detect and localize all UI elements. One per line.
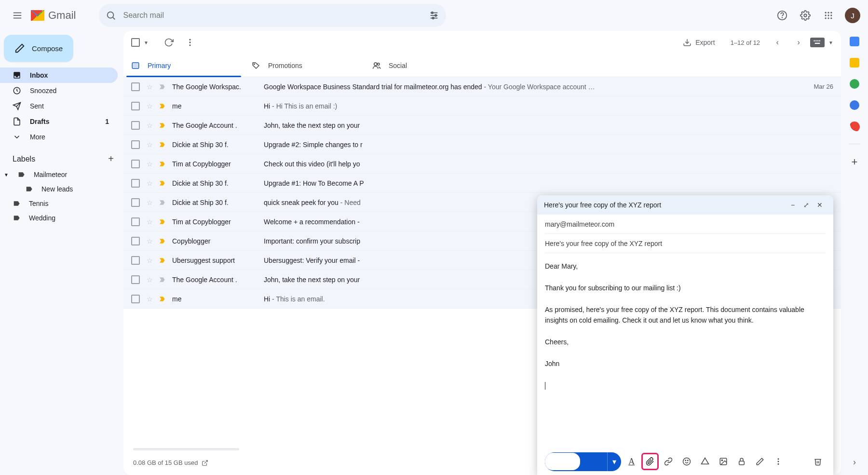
keep-icon[interactable] — [850, 58, 859, 68]
hamburger-menu-icon[interactable] — [8, 6, 27, 25]
addon-icon[interactable] — [849, 122, 860, 132]
star-icon[interactable]: ☆ — [147, 160, 153, 168]
export-button[interactable]: Export — [683, 38, 715, 47]
tune-icon[interactable] — [429, 10, 439, 21]
open-external-icon[interactable] — [202, 460, 208, 466]
row-checkbox[interactable] — [131, 295, 140, 303]
sidebar-item-more[interactable]: More — [0, 129, 118, 145]
compose-header[interactable]: Here's your free copy of the XYZ report … — [537, 195, 833, 215]
compose-to-field[interactable]: mary@mailmeteor.com — [545, 215, 826, 234]
compose-body[interactable]: Dear Mary, Thank you for subscribing to … — [537, 253, 833, 448]
importance-icon[interactable] — [159, 218, 166, 226]
tasks-icon[interactable] — [850, 79, 859, 89]
tab-social[interactable]: Social — [365, 54, 485, 77]
settings-icon[interactable] — [796, 6, 815, 25]
email-row[interactable]: ☆meHi - Hi This is an email :) — [123, 96, 841, 116]
insert-link-icon[interactable] — [661, 454, 676, 469]
star-icon[interactable]: ☆ — [147, 122, 153, 129]
importance-icon[interactable] — [159, 295, 166, 303]
send-options-icon[interactable]: ▾ — [607, 452, 621, 471]
importance-icon[interactable] — [159, 160, 166, 168]
account-avatar[interactable]: J — [845, 8, 860, 23]
row-checkbox[interactable] — [131, 256, 140, 265]
help-icon[interactable] — [773, 6, 792, 25]
label-new-leads[interactable]: New leads — [0, 182, 123, 196]
row-checkbox[interactable] — [131, 82, 140, 91]
row-checkbox[interactable] — [131, 102, 140, 110]
collapse-panel-icon[interactable]: › — [853, 457, 856, 467]
search-input[interactable] — [123, 11, 429, 20]
star-icon[interactable]: ☆ — [147, 218, 153, 226]
star-icon[interactable]: ☆ — [147, 141, 153, 149]
compose-button[interactable]: Compose — [4, 35, 73, 62]
email-row[interactable]: ☆Dickie at Ship 30 f.Upgrade #1: How To … — [123, 174, 841, 193]
get-addons-icon[interactable]: + — [852, 156, 858, 168]
minimize-icon[interactable]: − — [786, 201, 800, 209]
more-options-icon[interactable] — [771, 454, 786, 469]
row-checkbox[interactable] — [131, 140, 140, 149]
input-tools-dropdown-icon[interactable]: ▼ — [828, 40, 833, 45]
tab-primary[interactable]: Primary — [123, 54, 244, 77]
more-actions-icon[interactable] — [180, 33, 200, 52]
insert-emoji-icon[interactable] — [679, 454, 694, 469]
label-wedding[interactable]: Wedding — [0, 211, 123, 225]
refresh-icon[interactable] — [159, 33, 178, 52]
importance-icon[interactable] — [159, 237, 166, 245]
insert-signature-icon[interactable] — [752, 454, 768, 469]
calendar-icon[interactable] — [850, 37, 859, 46]
importance-icon[interactable] — [159, 141, 166, 149]
star-icon[interactable]: ☆ — [147, 295, 153, 303]
email-row[interactable]: ☆Tim at CopybloggerCheck out this video … — [123, 154, 841, 174]
insert-photo-icon[interactable] — [716, 454, 731, 469]
select-dropdown-icon[interactable]: ▼ — [144, 40, 149, 45]
attach-file-icon[interactable] — [642, 454, 658, 469]
star-icon[interactable]: ☆ — [147, 237, 153, 245]
email-row[interactable]: ☆The Google Account .John, take the next… — [123, 116, 841, 135]
importance-icon[interactable] — [159, 179, 166, 187]
insert-drive-icon[interactable] — [697, 454, 713, 469]
sidebar-item-snoozed[interactable]: Snoozed — [0, 83, 118, 98]
star-icon[interactable]: ☆ — [147, 102, 153, 110]
star-icon[interactable]: ☆ — [147, 179, 153, 187]
tab-promotions[interactable]: Promotions — [244, 54, 365, 77]
importance-icon[interactable] — [159, 276, 166, 284]
email-row[interactable]: ☆The Google Workspac.Google Workspace Bu… — [123, 77, 841, 96]
prev-page-icon[interactable]: ‹ — [768, 33, 787, 52]
search-bar[interactable] — [99, 4, 446, 27]
label-mailmeteor[interactable]: ▼Mailmeteor — [0, 167, 123, 182]
star-icon[interactable]: ☆ — [147, 276, 153, 284]
row-checkbox[interactable] — [131, 217, 140, 226]
sidebar-item-inbox[interactable]: Inbox — [0, 68, 118, 83]
close-icon[interactable]: ✕ — [813, 201, 827, 209]
sidebar-item-sent[interactable]: Sent — [0, 98, 118, 114]
gmail-logo[interactable]: Gmail — [31, 9, 76, 22]
star-icon[interactable]: ☆ — [147, 199, 153, 206]
compose-subject-field[interactable]: Here's your free copy of the XYZ report — [545, 234, 826, 253]
row-checkbox[interactable] — [131, 179, 140, 188]
star-icon[interactable]: ☆ — [147, 257, 153, 264]
importance-icon[interactable] — [159, 83, 166, 91]
confidential-mode-icon[interactable] — [734, 454, 749, 469]
apps-grid-icon[interactable] — [819, 6, 838, 25]
label-tennis[interactable]: Tennis — [0, 196, 123, 211]
importance-icon[interactable] — [159, 102, 166, 110]
fullscreen-icon[interactable]: ⤢ — [800, 201, 813, 209]
discard-draft-icon[interactable] — [810, 454, 826, 469]
row-checkbox[interactable] — [131, 237, 140, 245]
star-icon[interactable]: ☆ — [147, 83, 153, 91]
sidebar-item-drafts[interactable]: Drafts1 — [0, 114, 118, 129]
importance-icon[interactable] — [159, 122, 166, 129]
chevron-down-icon[interactable]: ▼ — [4, 172, 9, 177]
add-label-icon[interactable]: + — [108, 153, 114, 164]
keyboard-icon[interactable] — [810, 38, 825, 47]
row-checkbox[interactable] — [131, 275, 140, 284]
importance-icon[interactable] — [159, 199, 166, 206]
select-all-checkbox[interactable] — [131, 38, 140, 47]
send-button[interactable]: Send ▾ — [545, 452, 621, 471]
format-text-icon[interactable]: A — [624, 454, 639, 469]
next-page-icon[interactable]: › — [789, 33, 808, 52]
row-checkbox[interactable] — [131, 121, 140, 130]
row-checkbox[interactable] — [131, 160, 140, 168]
contacts-icon[interactable] — [850, 100, 859, 110]
email-row[interactable]: ☆Dickie at Ship 30 f.Upgrade #2: Simple … — [123, 135, 841, 154]
